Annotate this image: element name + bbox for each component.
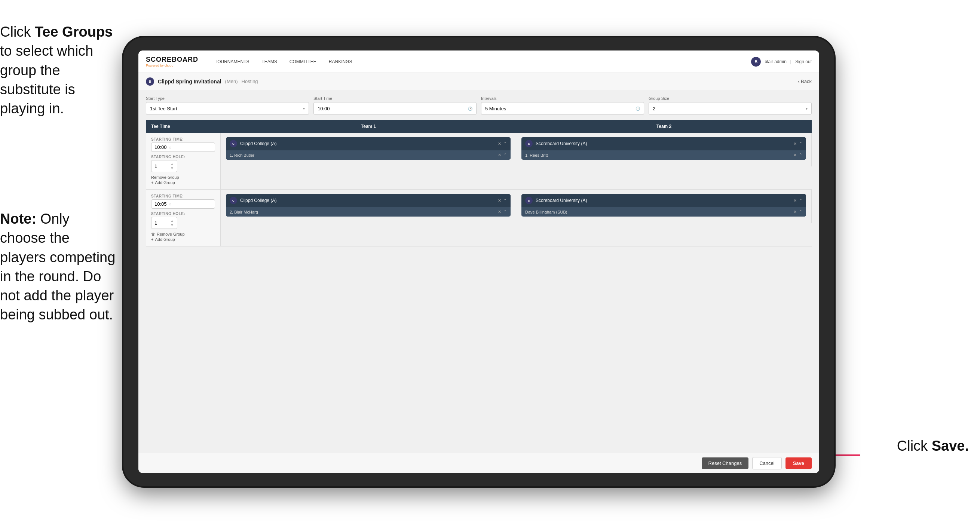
intervals-label: Intervals <box>481 96 644 100</box>
tee-actions-2: 🗑 Remove Group + Add Group <box>151 232 215 242</box>
nav-signout[interactable]: Sign out <box>795 59 812 64</box>
player-row-3: 2. Blair McHarg ✕ ⌃ <box>226 207 511 217</box>
tournament-name: Clippd Spring Invitational <box>158 78 221 84</box>
player-chevron-icon-sub[interactable]: ⌃ <box>799 209 802 214</box>
team-card-3[interactable]: C Clippd College (A) ✕ ⌃ 2. Blair McHarg <box>226 194 511 217</box>
close-icon-2[interactable]: ✕ <box>793 142 797 146</box>
start-time-field: Start Time 10:00 🕐 <box>313 96 477 115</box>
remove-group-btn-1[interactable]: Remove Group <box>151 175 215 180</box>
intervals-field: Intervals 5 Minutes 🕐 <box>481 96 644 115</box>
hole-chevron-icon-2: ▲▼ <box>170 219 174 227</box>
tablet-screen: SCOREBOARD Powered by clippd TOURNAMENTS… <box>138 51 819 473</box>
chevron-icon-3[interactable]: ⌃ <box>503 198 507 203</box>
clock-icon-4: ○ <box>169 202 172 207</box>
player-actions-1: ✕ ⌃ <box>498 153 507 158</box>
starting-hole-label-2: STARTING HOLE: <box>151 212 215 216</box>
tee-time-input-1[interactable]: 10:00 ○ <box>151 143 215 152</box>
tee-group-row-2: STARTING TIME: 10:05 ○ STARTING HOLE: 1 … <box>146 189 812 247</box>
th-tee-time: Tee Time <box>146 120 221 133</box>
player-name-3: 2. Blair McHarg <box>230 210 258 214</box>
close-icon-4[interactable]: ✕ <box>793 198 797 203</box>
player-name-sub: Dave Billingham (SUB) <box>525 210 567 214</box>
player-chevron-icon-3[interactable]: ⌃ <box>503 209 507 214</box>
group-size-input[interactable]: 2 ▾ <box>649 102 812 115</box>
clock-icon-3: ○ <box>169 145 172 150</box>
start-time-label: Start Time <box>313 96 477 100</box>
team1-cell-2: C Clippd College (A) ✕ ⌃ 2. Blair McHarg <box>221 189 516 223</box>
trash-icon-2: 🗑 <box>151 232 155 236</box>
team-card-actions-2: ✕ ⌃ <box>793 142 802 146</box>
team-card-1: C Clippd College (A) ✕ ⌃ 1. Rich Butler <box>226 137 511 160</box>
player-close-icon-3[interactable]: ✕ <box>498 209 501 214</box>
player-close-icon-sub[interactable]: ✕ <box>793 209 797 214</box>
team2-cell-2: S Scoreboard University (A) ✕ ⌃ Dave Bil… <box>516 189 812 223</box>
subheader-left: B Clippd Spring Invitational (Men) Hosti… <box>146 77 258 86</box>
add-group-btn-1[interactable]: + Add Group <box>151 180 215 185</box>
start-type-label: Start Type <box>146 96 309 100</box>
add-group-btn-2[interactable]: + Add Group <box>151 237 215 242</box>
navbar: SCOREBOARD Powered by clippd TOURNAMENTS… <box>138 51 819 73</box>
player-chevron-icon[interactable]: ⌃ <box>503 153 507 158</box>
close-icon[interactable]: ✕ <box>498 142 501 146</box>
chevron-icon[interactable]: ⌃ <box>503 142 507 146</box>
player-name-2: 1. Rees Britt <box>525 153 548 158</box>
start-time-input[interactable]: 10:00 🕐 <box>313 102 477 115</box>
group-size-label: Group Size <box>649 96 812 100</box>
player-actions-2: ✕ ⌃ <box>793 153 802 158</box>
player-actions-3: ✕ ⌃ <box>498 209 507 214</box>
nav-teams[interactable]: TEAMS <box>256 57 282 67</box>
clock-icon-2: 🕐 <box>635 107 640 111</box>
chevron-down-icon: ▾ <box>303 107 305 111</box>
team-avatar-3: C <box>230 197 237 204</box>
team-card-header-4: S Scoreboard University (A) ✕ ⌃ <box>522 194 806 207</box>
chevron-icon-2[interactable]: ⌃ <box>799 142 802 146</box>
team2-cell-1: S Scoreboard University (A) ✕ ⌃ 1. Rees … <box>516 133 812 166</box>
tee-time-input-2[interactable]: 10:05 ○ <box>151 199 215 209</box>
team-name-2: Scoreboard University (A) <box>536 141 791 146</box>
team-card-header-1: C Clippd College (A) ✕ ⌃ <box>226 137 511 150</box>
player-name-1: 1. Rich Butler <box>230 153 255 158</box>
logo-title: SCOREBOARD <box>146 56 198 64</box>
chevron-icon-4[interactable]: ⌃ <box>799 198 802 203</box>
team-avatar-1: C <box>230 140 237 147</box>
reset-changes-button[interactable]: Reset Changes <box>702 457 749 469</box>
back-button[interactable]: Back <box>798 78 812 84</box>
player-close-icon[interactable]: ✕ <box>498 153 501 158</box>
tee-side-2: STARTING TIME: 10:05 ○ STARTING HOLE: 1 … <box>146 189 221 246</box>
tee-side-1: STARTING TIME: 10:00 ○ STARTING HOLE: 1 … <box>146 133 221 189</box>
cancel-button[interactable]: Cancel <box>752 457 781 470</box>
player-actions-sub: ✕ ⌃ <box>793 209 802 214</box>
player-row-2: 1. Rees Britt ✕ ⌃ <box>522 150 806 160</box>
nav-rankings[interactable]: RANKINGS <box>323 57 358 67</box>
th-team2: Team 2 <box>516 120 812 133</box>
starting-time-label-2: STARTING TIME: <box>151 194 215 198</box>
player-close-icon-2[interactable]: ✕ <box>793 153 797 158</box>
player-chevron-icon-2[interactable]: ⌃ <box>799 153 802 158</box>
tournament-gender: (Men) <box>225 78 238 84</box>
player-row-1: 1. Rich Butler ✕ ⌃ <box>226 150 511 160</box>
subheader: B Clippd Spring Invitational (Men) Hosti… <box>138 73 819 90</box>
tee-actions-1: Remove Group + Add Group <box>151 175 215 185</box>
nav-avatar: B <box>751 57 761 67</box>
save-button[interactable]: Save <box>786 457 812 469</box>
start-type-input[interactable]: 1st Tee Start ▾ <box>146 102 309 115</box>
tee-group-row: STARTING TIME: 10:00 ○ STARTING HOLE: 1 … <box>146 133 812 189</box>
annotation-left-top: Click Tee Groups to select which group t… <box>0 22 116 118</box>
nav-links: TOURNAMENTS TEAMS COMMITTEE RANKINGS <box>210 57 751 67</box>
nav-right: B blair admin | Sign out <box>751 57 812 67</box>
nav-committee[interactable]: COMMITTEE <box>284 57 322 67</box>
table-header: Tee Time Team 1 Team 2 <box>146 120 812 133</box>
th-team1: Team 1 <box>221 120 516 133</box>
scoreboard-logo: SCOREBOARD Powered by clippd <box>146 56 198 67</box>
team-card-actions-3: ✕ ⌃ <box>498 198 507 203</box>
hole-input-1[interactable]: 1 ▲▼ <box>151 160 177 172</box>
remove-group-btn-2[interactable]: 🗑 Remove Group <box>151 232 215 236</box>
nav-separator: | <box>791 59 791 64</box>
nav-tournaments[interactable]: TOURNAMENTS <box>210 57 255 67</box>
starting-hole-label-1: STARTING HOLE: <box>151 155 215 159</box>
hole-input-2[interactable]: 1 ▲▼ <box>151 217 177 229</box>
team-name-1: Clippd College (A) <box>240 141 495 146</box>
close-icon-3[interactable]: ✕ <box>498 198 501 203</box>
intervals-input[interactable]: 5 Minutes 🕐 <box>481 102 644 115</box>
logo-sub: Powered by clippd <box>146 64 198 67</box>
